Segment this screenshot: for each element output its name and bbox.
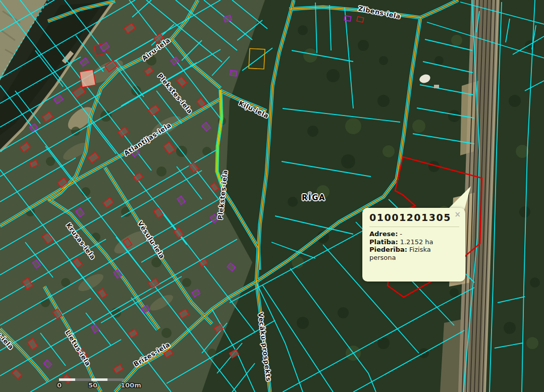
popup-row-address: Adrese:- <box>369 230 459 238</box>
popup-close-icon[interactable]: × <box>454 211 461 218</box>
scale-bar: 0 50 100m <box>59 378 124 381</box>
scale-tick-0: 0 <box>57 381 62 389</box>
popup-field-label: Adrese: <box>369 230 398 238</box>
popup-title-cadastre-number: 01001201305 <box>369 212 459 223</box>
popup-row-area: Platība:1.2152 ha <box>369 238 459 246</box>
popup-row-ownership: Piederība:Fiziska persona <box>369 246 459 261</box>
popup-separator <box>369 227 459 227</box>
scale-bar-segments <box>59 378 124 381</box>
scale-tick-50: 50 <box>88 381 97 389</box>
popup-field-value: 1.2152 ha <box>400 238 433 246</box>
map-viewport[interactable]: Zibens-iela Airu-iela Plekstes-iela Kīļu… <box>0 0 544 392</box>
map-canvas[interactable] <box>0 0 544 392</box>
parcel-info-popup: × 01001201305 Adrese:- Platība:1.2152 ha… <box>362 208 465 282</box>
scale-tick-100: 100m <box>121 381 141 389</box>
popup-field-label: Piederība: <box>369 246 407 253</box>
city-label-riga: RĪGA <box>302 193 325 202</box>
popup-field-label: Platība: <box>369 238 398 246</box>
popup-field-value: - <box>400 230 402 238</box>
